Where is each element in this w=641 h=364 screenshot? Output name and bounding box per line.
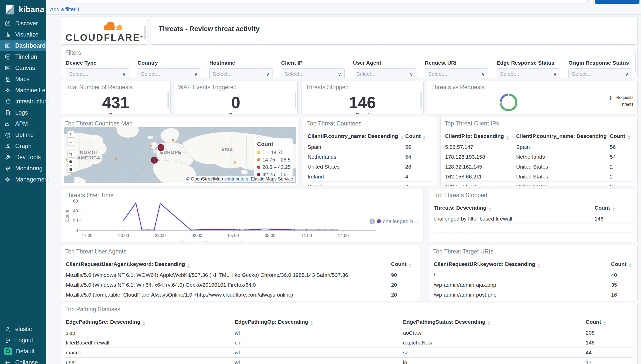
maps-icon [4, 76, 11, 83]
map-draw-polygon-tool[interactable] [67, 158, 74, 165]
legend-expand-icon[interactable]: ❯ [609, 95, 612, 100]
sort-icon[interactable] [506, 136, 509, 140]
column-header[interactable]: ClientIP.ip: Descending [445, 131, 516, 142]
sort-icon[interactable] [423, 136, 426, 140]
sidebar-item-logs[interactable]: Logs [0, 107, 46, 118]
map-bubble-united-kingdom[interactable] [150, 145, 152, 148]
legend-label[interactable]: challenged b… [383, 218, 418, 224]
column-header[interactable]: Count [391, 259, 416, 270]
edge-response-status-select[interactable]: Select... ∨ [497, 68, 560, 78]
attribution-link[interactable]: contributors, [224, 176, 249, 181]
sidebar-item-elastic[interactable]: elastic [0, 323, 46, 335]
column-header[interactable]: Count [405, 131, 433, 142]
sidebar-item-default[interactable]: DDefault [0, 346, 46, 357]
threats-vs-requests-donut[interactable] [498, 92, 519, 113]
panel-scrollbar[interactable] [420, 92, 422, 108]
legend-label[interactable]: Threats [620, 102, 633, 107]
sidebar-item-timelion[interactable]: Timelion [0, 51, 46, 62]
panel-scrollbar[interactable] [167, 92, 169, 108]
sort-icon[interactable] [488, 207, 492, 211]
sidebar-item-canvas[interactable]: Canvas [0, 62, 46, 74]
sort-icon[interactable] [409, 264, 412, 268]
sort-icon[interactable] [609, 136, 609, 140]
cloudflare-wordmark: CLOUDFLARE® [65, 33, 143, 42]
map-bubble-united-states[interactable] [114, 157, 117, 160]
sort-icon[interactable] [612, 207, 615, 211]
sidebar-item-apm[interactable]: APM [0, 118, 46, 129]
column-header[interactable]: Count [585, 317, 633, 328]
sort-icon[interactable] [400, 136, 403, 140]
column-header[interactable]: ClientIP.country_name: Descending [516, 131, 609, 142]
map-bubble-russia[interactable] [172, 139, 174, 141]
sidebar-item-visualize[interactable]: Visualize [0, 29, 46, 40]
column-header[interactable]: Count [611, 259, 633, 270]
sort-icon[interactable] [629, 264, 632, 268]
legend-expand-icon[interactable]: ❯ [369, 219, 375, 224]
table-cell: Spain [307, 142, 405, 152]
map-draw-bounds-tool[interactable] [67, 151, 74, 157]
table-cell: 146 [594, 214, 633, 224]
table-cell: Mozilla/5.0 (compatible; CloudFlare-Alwa… [65, 290, 391, 300]
column-header[interactable]: EdgePathingOp: Descending [234, 317, 402, 328]
map-draw-rectangle-tool[interactable] [67, 166, 74, 173]
threats-arc[interactable] [501, 95, 508, 102]
user-agent-select[interactable]: Select... ∨ [353, 68, 416, 78]
panel-scrollbar[interactable] [295, 92, 296, 108]
sort-icon[interactable] [603, 321, 606, 325]
sidebar-item-collapse[interactable]: Collapse [0, 357, 46, 364]
client-ip-select[interactable]: Select... ∨ [281, 68, 345, 78]
table-cell: 40 [611, 270, 633, 280]
request-uri-select[interactable]: Select... ∨ [425, 68, 488, 78]
map-zoom-in-button[interactable]: + [67, 131, 74, 138]
column-header[interactable]: EdgePathingSrc: Descending [65, 317, 234, 328]
update-button[interactable] [595, 0, 639, 4]
sidebar-item-monitoring[interactable]: Monitoring [0, 163, 46, 174]
table-row: Mozilla/5.0 (compatible; MSIE 9.0; Windo… [65, 300, 416, 301]
column-header[interactable]: ClientRequestURI.keyword: Descending [433, 259, 611, 270]
filter-field-client-ip: Client IP Select... ∨ [281, 60, 345, 78]
sidebar-item-ml[interactable]: Machine Le… [0, 85, 46, 96]
sidebar-item-discover[interactable]: Discover [0, 18, 46, 29]
sort-icon[interactable] [142, 321, 145, 325]
sidebar-item-devtools[interactable]: Dev Tools [0, 152, 46, 163]
sidebar-item-dashboard[interactable]: Dashboard [0, 40, 46, 51]
hostname-select[interactable]: Select... ∨ [209, 68, 273, 78]
panel-scrollbar[interactable] [144, 26, 146, 40]
origin-response-status-select[interactable]: Select... ∨ [568, 68, 632, 78]
map-label-europe: EUROPE [160, 150, 181, 155]
column-header[interactable]: ClientIP.country_name: Descending [307, 131, 405, 142]
country-select[interactable]: Select... ∨ [138, 68, 201, 78]
device-type-select[interactable]: Select... ∨ [66, 68, 129, 78]
map-viewport[interactable]: NORTH AMERICA EUROPE ASIA + − [64, 127, 296, 183]
table-row: Mozilla/5.0 (Windows NT 6.1; WOW64) Appl… [65, 270, 416, 280]
panel-scrollbar[interactable] [635, 53, 636, 71]
threats-vs-requests-panel: Threats vs Requests ❯ Requests Threats [427, 81, 638, 114]
map-bubble-spain[interactable] [151, 157, 158, 164]
search-input[interactable] [75, 0, 588, 4]
kibana-logo[interactable]: kibana [0, 0, 46, 17]
add-filter-link[interactable]: Add a filter+ [50, 6, 80, 13]
sort-icon[interactable] [487, 321, 490, 325]
sidebar-item-maps[interactable]: Maps [0, 74, 46, 85]
sort-icon[interactable] [627, 136, 630, 140]
column-header[interactable]: ClientRequestUserAgent.keyword: Descendi… [65, 259, 391, 270]
map-bubble-china[interactable] [233, 161, 236, 164]
sort-icon[interactable] [187, 264, 190, 268]
column-header[interactable]: EdgePathingStatus: Descending [402, 317, 585, 328]
column-header[interactable]: Count [594, 203, 633, 214]
sidebar-item-label: Canvas [15, 65, 35, 71]
sidebar-item-management[interactable]: Management [0, 174, 46, 185]
threats-over-time-chart[interactable]: 0204060Count17:0020:0023:0002:0005:0008:… [65, 198, 380, 240]
table-cell: Russia [307, 182, 405, 186]
sort-icon[interactable] [310, 321, 313, 325]
legend-label[interactable]: Requests [616, 95, 633, 100]
column-header[interactable]: Count [609, 131, 633, 142]
sidebar-item-logout[interactable]: Logout [0, 335, 46, 346]
sidebar-item-uptime[interactable]: Uptime [0, 129, 46, 140]
map-bubble-netherlands[interactable] [158, 144, 164, 151]
map-zoom-out-button[interactable]: − [67, 139, 74, 146]
sidebar-item-graph[interactable]: Graph [0, 140, 46, 152]
sidebar-item-infrastructure[interactable]: Infrastructure [0, 96, 46, 107]
column-header[interactable]: Threats: Descending [433, 203, 594, 214]
sort-icon[interactable] [537, 264, 540, 268]
